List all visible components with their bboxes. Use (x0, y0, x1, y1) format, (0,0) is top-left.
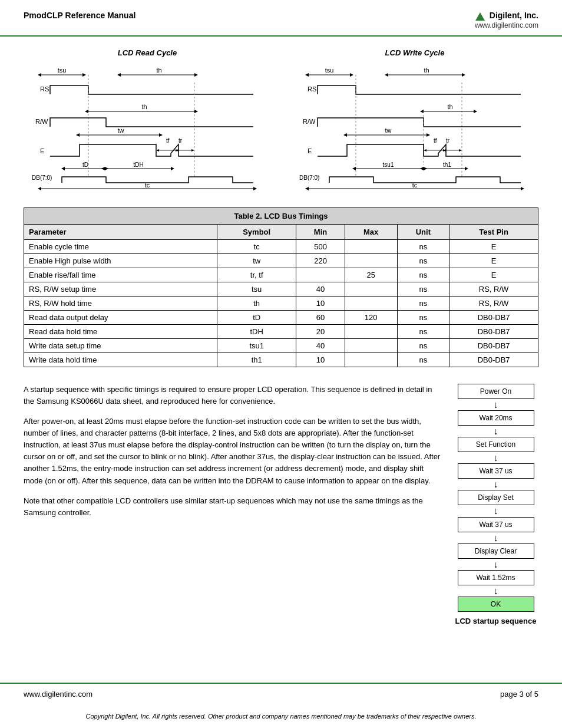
footer-website: www.digilentinc.com (24, 690, 92, 699)
svg-text:tr: tr (178, 137, 183, 144)
svg-marker-55 (420, 110, 424, 113)
flow-arrow: ↓ (458, 585, 534, 597)
flow-arrow: ↓ (458, 532, 534, 543)
logo-triangle-icon (475, 12, 485, 21)
svg-text:tr: tr (446, 137, 450, 144)
table-cell: tc (217, 239, 296, 253)
flow-arrow: ↓ (458, 426, 534, 437)
svg-marker-71 (459, 149, 462, 151)
table-cell: 10 (296, 296, 345, 310)
write-cycle-title: LCD Write Cycle (291, 48, 538, 57)
svg-text:tf: tf (166, 137, 170, 144)
table-row: Enable cycle timetc500nsE (24, 239, 538, 253)
table-cell (345, 338, 397, 353)
svg-marker-62 (427, 133, 430, 137)
svg-text:th: th (447, 103, 452, 110)
flow-box: Display Set (458, 490, 534, 505)
svg-marker-48 (385, 73, 388, 77)
svg-text:tsu1: tsu1 (383, 162, 394, 168)
table-cell: ns (397, 296, 449, 310)
table-body: Enable cycle timetc500nsEEnable High pul… (24, 239, 538, 367)
table-cell: tD (217, 310, 296, 324)
table-cell (345, 239, 397, 253)
footer-copyright: Copyright Digilent, Inc. All rights rese… (0, 713, 562, 720)
table-cell (345, 253, 397, 268)
read-cycle-diagram: LCD Read Cycle tsu th RS (24, 48, 271, 193)
table-cell: 25 (345, 268, 397, 282)
table-cell: Enable rise/fall time (24, 268, 217, 282)
company-logo: Digilent, Inc. www.digilentinc.com (475, 11, 538, 29)
svg-text:tD: tD (82, 162, 88, 168)
col-header-parameter: Parameter (24, 224, 217, 239)
flow-box: Wait 20ms (458, 410, 534, 426)
col-header-min: Min (296, 224, 345, 239)
page: PmodCLP Reference Manual Digilent, Inc. … (0, 0, 562, 728)
table-cell (345, 324, 397, 338)
timing-table-section: Table 2. LCD Bus Timings Parameter Symbo… (24, 207, 538, 367)
col-header-unit: Unit (397, 224, 449, 239)
table-cell: RS, R/W hold time (24, 296, 217, 310)
svg-marker-2 (38, 73, 41, 77)
table-cell: ns (397, 239, 449, 253)
table-cell: ns (397, 282, 449, 296)
table-row: Read data output delaytD60120nsDB0-DB7 (24, 310, 538, 324)
write-cycle-svg: tsu th RS th (291, 62, 538, 192)
flow-arrow: ↓ (458, 399, 534, 410)
svg-marker-83 (521, 187, 524, 190)
table-cell (296, 268, 345, 282)
table-cell: ns (397, 268, 449, 282)
table-cell: 220 (296, 253, 345, 268)
flowchart-caption: LCD startup sequence (455, 617, 537, 625)
table-cell: tr, tf (217, 268, 296, 282)
table-cell: ns (397, 324, 449, 338)
svg-marker-61 (343, 133, 347, 137)
svg-text:tw: tw (118, 127, 124, 134)
col-header-max: Max (345, 224, 397, 239)
doc-title: PmodCLP Reference Manual (24, 11, 135, 20)
svg-text:tsu: tsu (325, 67, 334, 74)
svg-marker-39 (38, 187, 41, 190)
table-cell: 60 (296, 310, 345, 324)
svg-text:DB(7:0): DB(7:0) (32, 174, 52, 181)
table-cell: tsu1 (217, 338, 296, 353)
svg-text:tw: tw (385, 127, 392, 134)
table-cell: Read data output delay (24, 310, 217, 324)
text-section: A startup sequence with specific timings… (24, 384, 441, 626)
timing-table: Table 2. LCD Bus Timings Parameter Symbo… (24, 207, 538, 367)
flow-box: Display Clear (458, 543, 534, 559)
svg-text:E: E (308, 147, 312, 154)
svg-marker-14 (194, 110, 198, 113)
svg-marker-45 (350, 73, 353, 77)
table-cell: ns (397, 353, 449, 367)
svg-marker-56 (474, 110, 477, 113)
flowchart-items: Power On↓Wait 20ms↓Set Function↓Wait 37 … (458, 384, 534, 612)
svg-marker-78 (420, 167, 424, 170)
flow-box: Wait 37 us (458, 463, 534, 479)
table-cell: RS, R/W (449, 282, 538, 296)
table-cell (345, 282, 397, 296)
table-cell: th (217, 296, 296, 310)
svg-marker-44 (305, 73, 309, 77)
svg-text:E: E (40, 147, 44, 154)
table-cell: E (449, 268, 538, 282)
table-row: Write data setup timetsu140nsDB0-DB7 (24, 338, 538, 353)
write-cycle-diagram: LCD Write Cycle tsu th RS (291, 48, 538, 193)
table-cell: 20 (296, 324, 345, 338)
svg-marker-28 (191, 149, 194, 151)
svg-text:DB(7:0): DB(7:0) (299, 174, 319, 181)
table-cell: ns (397, 338, 449, 353)
svg-text:tsu: tsu (58, 67, 67, 74)
flow-box: Wait 37 us (458, 517, 534, 532)
svg-marker-7 (194, 73, 198, 77)
table-cell: DB0-DB7 (449, 324, 538, 338)
footer: www.digilentinc.com page 3 of 5 (0, 683, 562, 704)
svg-text:tc: tc (412, 182, 418, 189)
table-title: Table 2. LCD Bus Timings (24, 207, 538, 224)
flow-arrow: ↓ (458, 505, 534, 516)
table-cell: RS, R/W setup time (24, 282, 217, 296)
table-cell: RS, R/W (449, 296, 538, 310)
read-cycle-title: LCD Read Cycle (24, 48, 271, 57)
table-row: Read data hold timetDH20nsDB0-DB7 (24, 324, 538, 338)
table-cell: E (449, 253, 538, 268)
flow-box: OK (458, 597, 534, 612)
